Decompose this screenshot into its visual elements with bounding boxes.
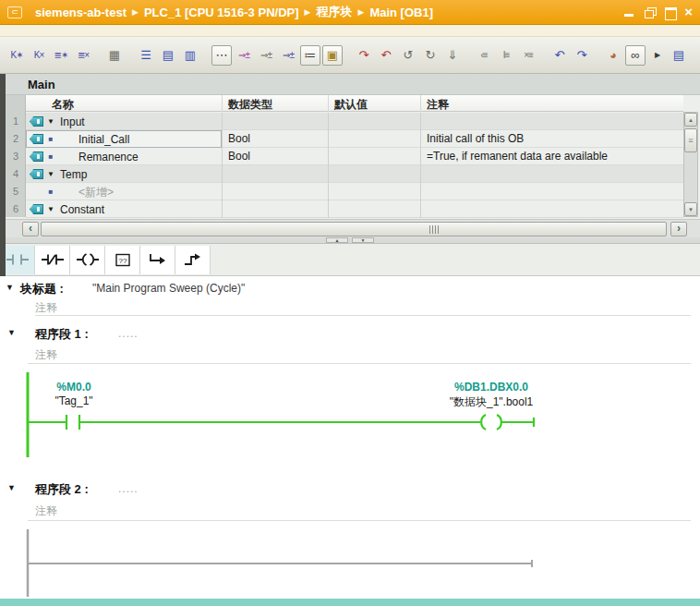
network1-title-placeholder[interactable]: ..... — [118, 327, 139, 340]
coil-address[interactable]: %DB1.DBX0.0 — [427, 381, 556, 394]
upload-snapshot-icon[interactable]: ↺ — [398, 45, 418, 66]
table-row[interactable]: ■ Initial_Call Bool Initial call of this… — [26, 130, 683, 148]
display-format-icon[interactable]: ≔ — [300, 45, 320, 66]
var-name[interactable]: Input — [58, 114, 85, 130]
var-name[interactable]: Initial_Call — [58, 131, 129, 148]
var-datatype[interactable] — [223, 200, 329, 218]
table-row[interactable]: ■ Remanence Bool =True, if remanent data… — [26, 148, 683, 165]
add-new-placeholder[interactable]: <新增> — [58, 184, 114, 200]
restore-icon[interactable] — [644, 7, 656, 18]
var-comment[interactable]: Initial call of this OB — [421, 130, 683, 148]
network2-title[interactable]: 程序段 2 : — [35, 481, 89, 498]
network2-title-placeholder[interactable]: ..... — [118, 482, 139, 495]
horizontal-scroll-thumb[interactable] — [41, 222, 667, 236]
insert-empty-box-icon[interactable]: ▣ — [322, 45, 343, 66]
table-row[interactable]: ■ <新增> — [26, 183, 683, 200]
table-horizontal-scrollbar[interactable]: ‹ › — [0, 219, 700, 237]
collapse-block-title-icon[interactable]: ▼ — [6, 283, 14, 292]
var-comment[interactable]: =True, if remanent data are available — [421, 148, 683, 165]
var-datatype[interactable] — [223, 183, 329, 200]
var-default[interactable] — [329, 165, 421, 183]
expander-icon[interactable]: ▼ — [43, 166, 58, 183]
var-default[interactable] — [329, 113, 421, 130]
scroll-down-icon[interactable]: ▼ — [684, 202, 697, 216]
network1-comment-placeholder[interactable]: 注释 — [35, 347, 57, 363]
absolute-operands-icon[interactable]: ☰ — [136, 45, 156, 66]
keep-actual-values-icon[interactable]: ▦ — [104, 45, 125, 66]
overflow-icon[interactable]: ▶ — [647, 45, 668, 66]
remove-structure-icon[interactable]: ×≡ — [518, 45, 538, 66]
contact-tag-name[interactable]: "Tag_1" — [28, 394, 120, 407]
coil-icon[interactable] — [70, 246, 105, 274]
var-default[interactable] — [329, 148, 421, 165]
redo-icon[interactable]: ↷ — [572, 45, 592, 66]
minimize-icon[interactable] — [623, 7, 635, 18]
table-vertical-scrollbar[interactable]: ▲ ≡ ▼ — [683, 112, 698, 217]
column-header-comment[interactable]: 注释 — [421, 95, 683, 112]
call-structure-icon[interactable]: ‹≡ — [474, 45, 494, 66]
contact-nc-icon[interactable] — [35, 246, 70, 274]
undo-icon[interactable]: ↶ — [549, 45, 570, 66]
var-name[interactable]: Constant — [58, 201, 104, 218]
splitter-collapse-down-icon[interactable]: ▼ — [352, 237, 374, 243]
column-header-default[interactable]: 默认值 — [329, 95, 421, 112]
vertical-scroll-thumb[interactable]: ≡ — [684, 128, 697, 152]
download-snapshot-icon[interactable]: ↻ — [420, 45, 441, 66]
delete-row-icon[interactable]: ≣× — [73, 45, 93, 66]
coil-tag-name[interactable]: "数据块_1".bool1 — [417, 394, 565, 410]
close-branch-icon[interactable] — [175, 246, 211, 274]
var-name[interactable]: Temp — [58, 166, 87, 183]
scroll-up-icon[interactable]: ▲ — [684, 113, 697, 127]
scroll-left-icon[interactable]: ‹ — [22, 222, 39, 236]
network1-title[interactable]: 程序段 1 : — [35, 326, 89, 343]
insert-row-icon[interactable]: ≣✶ — [51, 45, 71, 66]
column-header-datatype[interactable]: 数据类型 — [223, 95, 329, 112]
var-comment[interactable] — [421, 183, 683, 200]
contact-address[interactable]: %M0.0 — [28, 381, 120, 394]
breadcrumb-plc[interactable]: PLC_1 [CPU 1516-3 PN/DP] — [144, 6, 299, 19]
var-datatype[interactable] — [223, 113, 329, 130]
table-row[interactable]: ▼ Temp — [26, 165, 683, 183]
collapse-network1-icon[interactable]: ▼ — [7, 328, 16, 337]
insert-network-icon[interactable]: K✶ — [6, 45, 27, 66]
block-comment-placeholder[interactable]: 注释 — [35, 300, 57, 316]
var-datatype[interactable]: Bool — [223, 130, 329, 148]
scroll-right-icon[interactable]: › — [670, 222, 687, 236]
previous-error-icon[interactable]: ↶ — [376, 45, 396, 66]
var-default[interactable] — [329, 130, 421, 148]
insert-inout-icon[interactable]: ⇒± — [278, 45, 298, 66]
breadcrumb-program-blocks[interactable]: 程序块 — [316, 4, 352, 20]
close-icon[interactable]: × — [684, 7, 693, 18]
table-row[interactable]: ▼ Constant — [26, 200, 683, 218]
download-to-device-icon[interactable]: ⇓ — [442, 45, 463, 66]
delete-network-icon[interactable]: K× — [29, 45, 49, 66]
block-title-value[interactable]: "Main Program Sweep (Cycle)" — [92, 282, 245, 295]
column-header-name[interactable]: 名称 — [26, 95, 223, 112]
maximize-icon[interactable] — [664, 7, 676, 18]
open-branch-icon[interactable] — [140, 246, 175, 274]
var-datatype[interactable]: Bool — [223, 148, 329, 165]
breadcrumb-project[interactable]: siemens-ab-test — [35, 6, 127, 19]
network2-rung[interactable] — [0, 527, 700, 599]
expand-all-networks-icon[interactable]: ▤ — [158, 45, 178, 66]
var-default[interactable] — [329, 183, 421, 200]
detail-view-icon[interactable]: ▤ — [669, 45, 689, 66]
network-comments-icon[interactable]: ⋯ — [211, 45, 232, 66]
var-default[interactable] — [329, 200, 421, 218]
splitter-collapse-up-icon[interactable]: ▲ — [326, 237, 348, 243]
monitoring-icon[interactable]: ∞ — [625, 45, 646, 66]
breadcrumb-main-ob1[interactable]: Main [OB1] — [369, 6, 433, 19]
var-comment[interactable] — [421, 200, 683, 218]
pane-splitter[interactable]: ▲ ▼ — [0, 237, 700, 244]
insert-input-icon[interactable]: ⇒± — [234, 45, 254, 66]
collapse-network2-icon[interactable]: ▼ — [7, 483, 16, 492]
table-row[interactable]: ▼ Input — [26, 113, 683, 130]
var-name[interactable]: Remanence — [58, 149, 139, 165]
empty-box-icon[interactable]: ?? — [105, 246, 140, 274]
var-datatype[interactable] — [223, 165, 329, 183]
expander-icon[interactable]: ▼ — [43, 201, 58, 218]
next-error-icon[interactable]: ↷ — [354, 45, 374, 66]
collapse-all-networks-icon[interactable]: ▥ — [180, 45, 200, 66]
expander-icon[interactable]: ▼ — [43, 114, 58, 130]
assignment-list-icon[interactable]: I≡ — [496, 45, 516, 66]
